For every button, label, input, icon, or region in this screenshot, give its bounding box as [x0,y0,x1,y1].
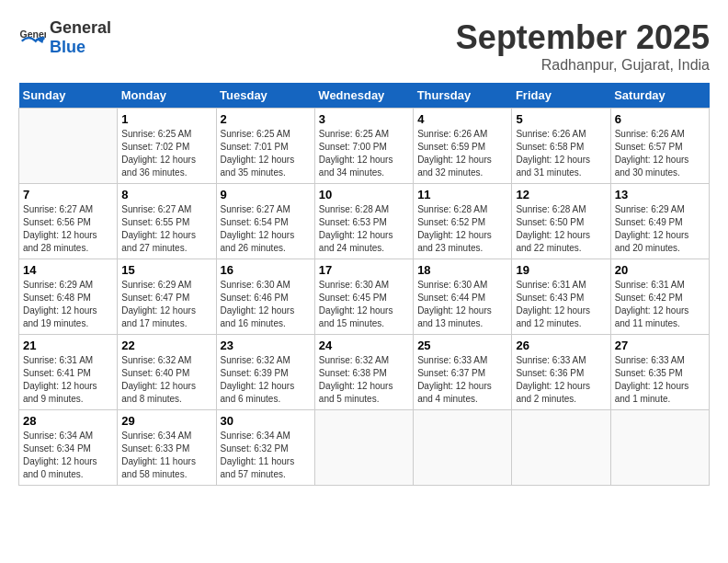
day-info: Sunrise: 6:26 AM Sunset: 6:57 PM Dayligh… [615,128,705,179]
day-number: 8 [121,188,211,201]
day-number: 29 [121,414,211,428]
day-number: 3 [319,112,409,126]
logo-blue: Blue [50,38,85,56]
day-info: Sunrise: 6:27 AM Sunset: 6:55 PM Dayligh… [121,203,211,255]
day-number: 14 [23,263,113,277]
header-tuesday: Tuesday [216,83,314,109]
calendar-week-0: 1Sunrise: 6:25 AM Sunset: 7:02 PM Daylig… [19,109,710,184]
day-info: Sunrise: 6:27 AM Sunset: 6:54 PM Dayligh… [221,203,311,255]
day-info: Sunrise: 6:29 AM Sunset: 6:49 PM Dayligh… [615,203,705,255]
calendar-cell [512,410,610,486]
calendar-cell: 17Sunrise: 6:30 AM Sunset: 6:45 PM Dayli… [314,259,413,335]
day-info: Sunrise: 6:32 AM Sunset: 6:38 PM Dayligh… [319,354,409,406]
day-info: Sunrise: 6:25 AM Sunset: 7:01 PM Dayligh… [221,128,311,179]
calendar-cell: 12Sunrise: 6:28 AM Sunset: 6:50 PM Dayli… [512,184,610,259]
day-number: 10 [319,188,409,201]
day-info: Sunrise: 6:29 AM Sunset: 6:47 PM Dayligh… [121,279,211,330]
calendar-cell: 6Sunrise: 6:26 AM Sunset: 6:57 PM Daylig… [610,109,709,184]
header-monday: Monday [118,83,216,109]
day-number: 30 [221,414,311,428]
calendar-cell: 1Sunrise: 6:25 AM Sunset: 7:02 PM Daylig… [118,109,216,184]
day-number: 13 [615,188,705,201]
logo: General General Blue [18,18,111,57]
day-number: 11 [417,188,507,201]
calendar-title: September 2025 [456,18,710,57]
calendar-cell: 27Sunrise: 6:33 AM Sunset: 6:35 PM Dayli… [610,335,709,410]
calendar-cell: 29Sunrise: 6:34 AM Sunset: 6:33 PM Dayli… [118,410,216,486]
day-number: 7 [23,188,113,201]
day-info: Sunrise: 6:28 AM Sunset: 6:53 PM Dayligh… [319,203,409,255]
day-info: Sunrise: 6:33 AM Sunset: 6:36 PM Dayligh… [516,354,606,406]
day-info: Sunrise: 6:28 AM Sunset: 6:52 PM Dayligh… [417,203,507,255]
day-number: 26 [516,339,606,352]
day-number: 25 [417,339,507,352]
calendar-cell: 26Sunrise: 6:33 AM Sunset: 6:36 PM Dayli… [512,335,610,410]
calendar-cell: 19Sunrise: 6:31 AM Sunset: 6:43 PM Dayli… [512,259,610,335]
calendar-week-1: 7Sunrise: 6:27 AM Sunset: 6:56 PM Daylig… [19,184,710,259]
calendar-cell: 28Sunrise: 6:34 AM Sunset: 6:34 PM Dayli… [19,410,118,486]
calendar-table: SundayMondayTuesdayWednesdayThursdayFrid… [18,83,710,486]
header-sunday: Sunday [19,83,118,109]
calendar-cell: 24Sunrise: 6:32 AM Sunset: 6:38 PM Dayli… [314,335,413,410]
day-info: Sunrise: 6:30 AM Sunset: 6:44 PM Dayligh… [417,279,507,330]
day-number: 1 [121,112,211,126]
day-info: Sunrise: 6:30 AM Sunset: 6:45 PM Dayligh… [319,279,409,330]
day-info: Sunrise: 6:31 AM Sunset: 6:41 PM Dayligh… [23,354,113,406]
day-number: 21 [23,339,113,352]
day-number: 28 [23,414,113,428]
calendar-cell: 9Sunrise: 6:27 AM Sunset: 6:54 PM Daylig… [216,184,314,259]
calendar-cell: 16Sunrise: 6:30 AM Sunset: 6:46 PM Dayli… [216,259,314,335]
day-number: 22 [121,339,211,352]
calendar-cell: 15Sunrise: 6:29 AM Sunset: 6:47 PM Dayli… [118,259,216,335]
calendar-cell: 5Sunrise: 6:26 AM Sunset: 6:58 PM Daylig… [512,109,610,184]
calendar-week-2: 14Sunrise: 6:29 AM Sunset: 6:48 PM Dayli… [19,259,710,335]
calendar-cell: 11Sunrise: 6:28 AM Sunset: 6:52 PM Dayli… [414,184,512,259]
calendar-cell: 23Sunrise: 6:32 AM Sunset: 6:39 PM Dayli… [216,335,314,410]
day-info: Sunrise: 6:32 AM Sunset: 6:40 PM Dayligh… [121,354,211,406]
calendar-cell: 10Sunrise: 6:28 AM Sunset: 6:53 PM Dayli… [314,184,413,259]
day-number: 17 [319,263,409,277]
day-info: Sunrise: 6:28 AM Sunset: 6:50 PM Dayligh… [516,203,606,255]
day-info: Sunrise: 6:34 AM Sunset: 6:34 PM Dayligh… [23,430,113,481]
day-info: Sunrise: 6:31 AM Sunset: 6:42 PM Dayligh… [615,279,705,330]
calendar-cell [414,410,512,486]
day-info: Sunrise: 6:29 AM Sunset: 6:48 PM Dayligh… [23,279,113,330]
day-info: Sunrise: 6:34 AM Sunset: 6:33 PM Dayligh… [121,430,211,481]
calendar-cell: 21Sunrise: 6:31 AM Sunset: 6:41 PM Dayli… [19,335,118,410]
day-number: 18 [417,263,507,277]
day-info: Sunrise: 6:32 AM Sunset: 6:39 PM Dayligh… [221,354,311,406]
calendar-cell: 18Sunrise: 6:30 AM Sunset: 6:44 PM Dayli… [414,259,512,335]
calendar-cell: 8Sunrise: 6:27 AM Sunset: 6:55 PM Daylig… [118,184,216,259]
day-info: Sunrise: 6:31 AM Sunset: 6:43 PM Dayligh… [516,279,606,330]
day-number: 6 [615,112,705,126]
calendar-cell: 14Sunrise: 6:29 AM Sunset: 6:48 PM Dayli… [19,259,118,335]
day-number: 27 [615,339,705,352]
day-number: 15 [121,263,211,277]
calendar-cell [610,410,709,486]
day-number: 9 [221,188,311,201]
day-info: Sunrise: 6:33 AM Sunset: 6:37 PM Dayligh… [417,354,507,406]
calendar-cell: 13Sunrise: 6:29 AM Sunset: 6:49 PM Dayli… [610,184,709,259]
day-info: Sunrise: 6:26 AM Sunset: 6:59 PM Dayligh… [417,128,507,179]
header-thursday: Thursday [414,83,512,109]
day-number: 19 [516,263,606,277]
title-section: September 2025 Radhanpur, Gujarat, India [456,18,710,74]
day-info: Sunrise: 6:34 AM Sunset: 6:32 PM Dayligh… [221,430,311,481]
day-number: 16 [221,263,311,277]
calendar-cell: 7Sunrise: 6:27 AM Sunset: 6:56 PM Daylig… [19,184,118,259]
calendar-cell: 25Sunrise: 6:33 AM Sunset: 6:37 PM Dayli… [414,335,512,410]
header-saturday: Saturday [610,83,709,109]
calendar-cell: 20Sunrise: 6:31 AM Sunset: 6:42 PM Dayli… [610,259,709,335]
day-number: 4 [417,112,507,126]
calendar-week-4: 28Sunrise: 6:34 AM Sunset: 6:34 PM Dayli… [19,410,710,486]
day-number: 12 [516,188,606,201]
day-number: 24 [319,339,409,352]
calendar-cell: 4Sunrise: 6:26 AM Sunset: 6:59 PM Daylig… [414,109,512,184]
day-info: Sunrise: 6:30 AM Sunset: 6:46 PM Dayligh… [221,279,311,330]
day-info: Sunrise: 6:33 AM Sunset: 6:35 PM Dayligh… [615,354,705,406]
day-info: Sunrise: 6:25 AM Sunset: 7:00 PM Dayligh… [319,128,409,179]
calendar-cell [314,410,413,486]
calendar-subtitle: Radhanpur, Gujarat, India [456,57,710,74]
header: General General Blue September 2025 Radh… [18,18,710,74]
logo-icon: General [18,24,46,52]
